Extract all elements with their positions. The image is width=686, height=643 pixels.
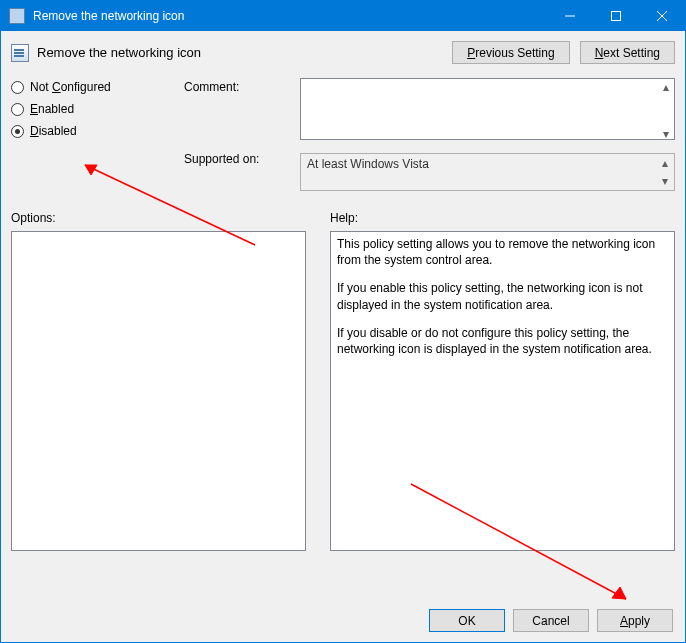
minimize-button[interactable] — [547, 1, 593, 31]
window-title: Remove the networking icon — [33, 9, 547, 23]
options-box — [11, 231, 306, 551]
radio-disabled[interactable]: Disabled — [11, 124, 166, 138]
radio-icon — [11, 81, 24, 94]
cancel-button[interactable]: Cancel — [513, 609, 589, 632]
comment-field[interactable] — [300, 78, 675, 140]
supported-on-value: At least Windows Vista — [307, 157, 429, 171]
supported-on-field: At least Windows Vista ▴ ▾ — [300, 153, 675, 191]
next-setting-button[interactable]: Next Setting — [580, 41, 675, 64]
radio-label: Disabled — [30, 124, 77, 138]
apply-button[interactable]: Apply — [597, 609, 673, 632]
scroll-up-icon[interactable]: ▴ — [657, 155, 673, 171]
supported-scrollbar[interactable]: ▴ ▾ — [657, 155, 673, 189]
help-paragraph: This policy setting allows you to remove… — [337, 236, 668, 268]
ok-button[interactable]: OK — [429, 609, 505, 632]
options-label: Options: — [11, 211, 306, 225]
maximize-button[interactable] — [593, 1, 639, 31]
comment-scrollbar[interactable]: ▴ ▾ — [658, 79, 674, 142]
policy-icon — [11, 44, 29, 62]
radio-icon — [11, 103, 24, 116]
scroll-down-icon[interactable]: ▾ — [657, 173, 673, 189]
radio-label: Not Configured — [30, 80, 111, 94]
radio-enabled[interactable]: Enabled — [11, 102, 166, 116]
help-box: This policy setting allows you to remove… — [330, 231, 675, 551]
policy-title: Remove the networking icon — [37, 45, 442, 60]
supported-label: Supported on: — [184, 140, 282, 162]
previous-setting-button[interactable]: Previous Setting — [452, 41, 569, 64]
close-button[interactable] — [639, 1, 685, 31]
help-label: Help: — [330, 211, 675, 225]
radio-not-configured[interactable]: Not Configured — [11, 80, 166, 94]
scroll-down-icon[interactable]: ▾ — [658, 126, 674, 142]
help-paragraph: If you enable this policy setting, the n… — [337, 280, 668, 312]
comment-label: Comment: — [184, 78, 282, 140]
titlebar: Remove the networking icon — [1, 1, 685, 31]
app-icon — [9, 8, 25, 24]
radio-icon — [11, 125, 24, 138]
svg-rect-1 — [612, 12, 621, 21]
svg-marker-7 — [612, 587, 626, 599]
scroll-up-icon[interactable]: ▴ — [658, 79, 674, 95]
help-paragraph: If you disable or do not configure this … — [337, 325, 668, 357]
radio-label: Enabled — [30, 102, 74, 116]
